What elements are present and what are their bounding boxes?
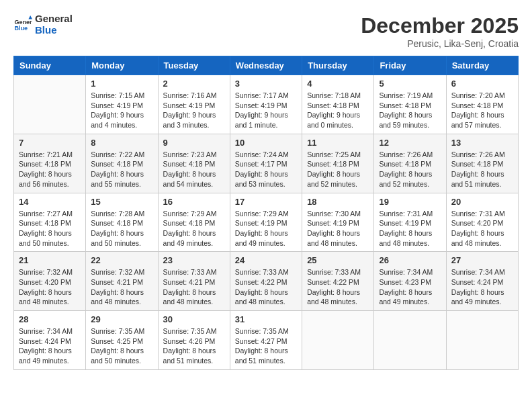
day-cell: 22Sunrise: 7:32 AM Sunset: 4:21 PM Dayli… xyxy=(86,252,158,311)
day-cell xyxy=(14,75,86,134)
svg-text:Blue: Blue xyxy=(14,25,28,32)
week-row-1: 7Sunrise: 7:21 AM Sunset: 4:18 PM Daylig… xyxy=(14,134,519,193)
day-info: Sunrise: 7:33 AM Sunset: 4:22 PM Dayligh… xyxy=(307,267,369,307)
day-number: 2 xyxy=(163,79,225,89)
day-info: Sunrise: 7:26 AM Sunset: 4:18 PM Dayligh… xyxy=(451,150,513,189)
day-number: 16 xyxy=(163,197,225,207)
day-cell: 31Sunrise: 7:35 AM Sunset: 4:27 PM Dayli… xyxy=(230,311,302,370)
week-row-0: 1Sunrise: 7:15 AM Sunset: 4:19 PM Daylig… xyxy=(14,75,519,134)
calendar-table: SundayMondayTuesdayWednesdayThursdayFrid… xyxy=(13,56,519,370)
day-number: 7 xyxy=(19,138,81,148)
day-info: Sunrise: 7:18 AM Sunset: 4:18 PM Dayligh… xyxy=(307,91,369,130)
day-info: Sunrise: 7:31 AM Sunset: 4:19 PM Dayligh… xyxy=(379,209,441,248)
day-cell: 8Sunrise: 7:22 AM Sunset: 4:18 PM Daylig… xyxy=(86,134,158,193)
header: General Blue General Blue December 2025 … xyxy=(13,13,519,49)
weekday-header-saturday: Saturday xyxy=(446,56,518,75)
day-number: 29 xyxy=(91,314,152,324)
day-cell: 21Sunrise: 7:32 AM Sunset: 4:20 PM Dayli… xyxy=(14,252,86,311)
day-number: 25 xyxy=(307,255,369,265)
day-cell: 9Sunrise: 7:23 AM Sunset: 4:18 PM Daylig… xyxy=(158,134,230,193)
day-info: Sunrise: 7:20 AM Sunset: 4:18 PM Dayligh… xyxy=(451,91,513,130)
day-number: 10 xyxy=(235,138,297,148)
day-cell: 23Sunrise: 7:33 AM Sunset: 4:21 PM Dayli… xyxy=(158,252,230,311)
day-cell: 14Sunrise: 7:27 AM Sunset: 4:18 PM Dayli… xyxy=(14,193,86,252)
logo-line2: Blue xyxy=(35,25,73,36)
day-cell: 11Sunrise: 7:25 AM Sunset: 4:18 PM Dayli… xyxy=(302,134,374,193)
day-info: Sunrise: 7:26 AM Sunset: 4:18 PM Dayligh… xyxy=(379,150,441,189)
weekday-header-friday: Friday xyxy=(374,56,446,75)
day-info: Sunrise: 7:31 AM Sunset: 4:20 PM Dayligh… xyxy=(451,209,513,248)
day-number: 14 xyxy=(19,197,81,207)
weekday-header-monday: Monday xyxy=(86,56,158,75)
day-info: Sunrise: 7:30 AM Sunset: 4:19 PM Dayligh… xyxy=(307,209,369,248)
day-info: Sunrise: 7:16 AM Sunset: 4:19 PM Dayligh… xyxy=(163,91,225,130)
day-info: Sunrise: 7:33 AM Sunset: 4:21 PM Dayligh… xyxy=(163,267,225,307)
day-info: Sunrise: 7:15 AM Sunset: 4:19 PM Dayligh… xyxy=(91,91,152,130)
day-number: 27 xyxy=(451,255,513,265)
day-number: 31 xyxy=(235,314,297,324)
day-number: 24 xyxy=(235,255,297,265)
month-title: December 2025 xyxy=(361,13,519,38)
weekday-header-thursday: Thursday xyxy=(302,56,374,75)
day-cell xyxy=(374,311,446,370)
day-info: Sunrise: 7:35 AM Sunset: 4:27 PM Dayligh… xyxy=(235,326,297,366)
day-cell: 7Sunrise: 7:21 AM Sunset: 4:18 PM Daylig… xyxy=(14,134,86,193)
day-number: 30 xyxy=(163,314,225,324)
day-number: 20 xyxy=(451,197,513,207)
day-number: 23 xyxy=(163,255,225,265)
day-info: Sunrise: 7:35 AM Sunset: 4:25 PM Dayligh… xyxy=(91,326,152,366)
week-row-4: 28Sunrise: 7:34 AM Sunset: 4:24 PM Dayli… xyxy=(14,311,519,370)
day-info: Sunrise: 7:23 AM Sunset: 4:18 PM Dayligh… xyxy=(163,150,225,189)
day-number: 6 xyxy=(451,79,513,89)
day-info: Sunrise: 7:21 AM Sunset: 4:18 PM Dayligh… xyxy=(19,150,81,189)
day-cell: 20Sunrise: 7:31 AM Sunset: 4:20 PM Dayli… xyxy=(446,193,518,252)
weekday-header-tuesday: Tuesday xyxy=(158,56,230,75)
day-cell xyxy=(446,311,518,370)
day-info: Sunrise: 7:22 AM Sunset: 4:18 PM Dayligh… xyxy=(91,150,152,189)
day-number: 1 xyxy=(91,79,152,89)
day-cell: 12Sunrise: 7:26 AM Sunset: 4:18 PM Dayli… xyxy=(374,134,446,193)
day-info: Sunrise: 7:34 AM Sunset: 4:23 PM Dayligh… xyxy=(379,267,441,307)
day-cell: 18Sunrise: 7:30 AM Sunset: 4:19 PM Dayli… xyxy=(302,193,374,252)
day-info: Sunrise: 7:32 AM Sunset: 4:21 PM Dayligh… xyxy=(91,267,152,307)
day-number: 28 xyxy=(19,314,81,324)
day-number: 9 xyxy=(163,138,225,148)
day-number: 21 xyxy=(19,255,81,265)
day-cell: 29Sunrise: 7:35 AM Sunset: 4:25 PM Dayli… xyxy=(86,311,158,370)
day-info: Sunrise: 7:29 AM Sunset: 4:19 PM Dayligh… xyxy=(235,209,297,248)
day-cell: 26Sunrise: 7:34 AM Sunset: 4:23 PM Dayli… xyxy=(374,252,446,311)
week-row-2: 14Sunrise: 7:27 AM Sunset: 4:18 PM Dayli… xyxy=(14,193,519,252)
logo: General Blue General Blue xyxy=(13,13,73,36)
day-number: 17 xyxy=(235,197,297,207)
day-cell: 4Sunrise: 7:18 AM Sunset: 4:18 PM Daylig… xyxy=(302,75,374,134)
day-cell: 24Sunrise: 7:33 AM Sunset: 4:22 PM Dayli… xyxy=(230,252,302,311)
day-info: Sunrise: 7:35 AM Sunset: 4:26 PM Dayligh… xyxy=(163,326,225,366)
day-cell: 17Sunrise: 7:29 AM Sunset: 4:19 PM Dayli… xyxy=(230,193,302,252)
day-info: Sunrise: 7:25 AM Sunset: 4:18 PM Dayligh… xyxy=(307,150,369,189)
day-cell: 6Sunrise: 7:20 AM Sunset: 4:18 PM Daylig… xyxy=(446,75,518,134)
day-number: 3 xyxy=(235,79,297,89)
day-cell: 2Sunrise: 7:16 AM Sunset: 4:19 PM Daylig… xyxy=(158,75,230,134)
day-info: Sunrise: 7:27 AM Sunset: 4:18 PM Dayligh… xyxy=(19,209,81,248)
logo-line1: General xyxy=(35,13,73,25)
svg-text:General: General xyxy=(14,18,32,25)
logo-icon: General Blue xyxy=(13,15,32,34)
weekday-header-sunday: Sunday xyxy=(14,56,86,75)
day-info: Sunrise: 7:34 AM Sunset: 4:24 PM Dayligh… xyxy=(19,326,81,366)
day-number: 13 xyxy=(451,138,513,148)
day-cell: 15Sunrise: 7:28 AM Sunset: 4:18 PM Dayli… xyxy=(86,193,158,252)
day-info: Sunrise: 7:28 AM Sunset: 4:18 PM Dayligh… xyxy=(91,209,152,248)
day-number: 26 xyxy=(379,255,441,265)
location-subtitle: Perusic, Lika-Senj, Croatia xyxy=(361,38,519,49)
day-cell: 5Sunrise: 7:19 AM Sunset: 4:18 PM Daylig… xyxy=(374,75,446,134)
day-number: 4 xyxy=(307,79,369,89)
day-number: 18 xyxy=(307,197,369,207)
day-cell: 16Sunrise: 7:29 AM Sunset: 4:18 PM Dayli… xyxy=(158,193,230,252)
weekday-header-wednesday: Wednesday xyxy=(230,56,302,75)
day-info: Sunrise: 7:34 AM Sunset: 4:24 PM Dayligh… xyxy=(451,267,513,307)
svg-marker-2 xyxy=(28,15,32,19)
day-number: 5 xyxy=(379,79,441,89)
day-number: 12 xyxy=(379,138,441,148)
title-area: December 2025 Perusic, Lika-Senj, Croati… xyxy=(361,13,519,49)
day-cell: 10Sunrise: 7:24 AM Sunset: 4:17 PM Dayli… xyxy=(230,134,302,193)
